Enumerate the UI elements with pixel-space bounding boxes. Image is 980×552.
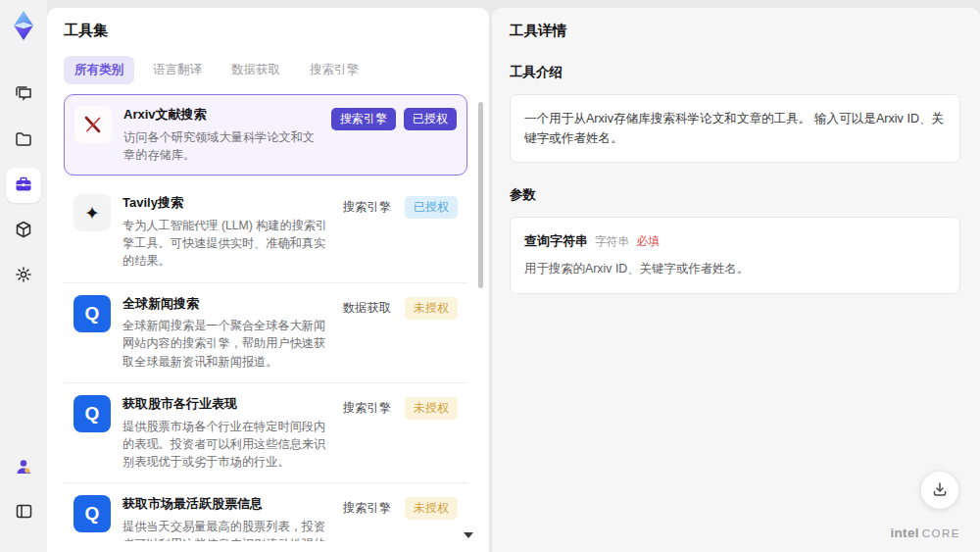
category-badge: 搜索引擎 [331,108,396,130]
sidebar-item-account[interactable] [6,450,41,485]
tool-description: 全球新闻搜索是一个聚合全球各大新闻网站内容的搜索引擎，帮助用户快速获取全球最新资… [122,317,333,371]
category-label: 搜索引擎 [343,500,391,517]
tool-name: 获取股市各行业表现 [122,395,333,413]
status-badge: 未授权 [405,497,458,520]
intel-core-logo: intel core [891,526,961,540]
tab-all-categories[interactable]: 所有类别 [64,56,134,84]
category-label: 数据获取 [343,300,391,317]
app-logo-icon [10,10,37,44]
arxiv-logo-icon [74,106,112,143]
quark-logo-icon: Q [74,395,111,432]
tool-description: 提供股票市场各个行业在特定时间段内的表现。投资者可以利用这些信息来识别表现优于或… [122,418,333,472]
sidebar-item-tools[interactable] [6,168,41,203]
tool-list: Arxiv文献搜索 访问各个研究领域大量科学论文和文章的存储库。 搜索引擎 已授… [64,94,489,541]
tab-data-acquisition[interactable]: 数据获取 [220,56,291,84]
scroll-down-icon[interactable] [464,532,473,538]
tool-intro-box: 一个用于从Arxiv存储库搜索科学论文和文章的工具。 输入可以是Arxiv ID… [510,94,960,163]
tool-card-active-stocks[interactable]: Q 获取市场最活跃股票信息 提供当天交易量最高的股票列表，投资者可以利用这些信息… [64,483,467,541]
core-logo-text: core [922,527,960,539]
param-description: 用于搜索的Arxiv ID、关键字或作者姓名。 [524,260,946,279]
sidebar-collapse-button[interactable] [6,495,41,530]
list-scrollbar[interactable] [478,102,483,288]
tool-description: 提供当天交易量最高的股票列表，投资者可以利用这些信息来识别流动性强的股票和潜在的… [122,518,333,541]
sidebar-item-packages[interactable] [6,213,41,248]
status-badge: 未授权 [405,397,458,420]
download-icon [931,480,949,501]
tab-language-translation[interactable]: 语言翻译 [142,56,213,84]
user-avatar-icon [14,457,33,479]
tool-card-global-news[interactable]: Q 全球新闻搜索 全球新闻搜索是一个聚合全球各大新闻网站内容的搜索引擎，帮助用户… [64,283,467,383]
page-title: 工具集 [64,22,489,40]
quark-logo-icon: Q [74,295,111,332]
tool-name: 全球新闻搜索 [122,295,333,313]
tool-name: 获取市场最活跃股票信息 [122,495,333,513]
toolbox-icon [14,175,33,197]
folder-icon [14,129,33,152]
tool-card-arxiv[interactable]: Arxiv文献搜索 访问各个研究领域大量科学论文和文章的存储库。 搜索引擎 已授… [64,94,467,176]
sidebar-item-settings[interactable] [6,258,41,293]
status-badge: 已授权 [405,196,458,219]
category-label: 搜索引擎 [343,199,391,216]
package-icon [14,220,33,242]
intro-heading: 工具介绍 [510,64,960,81]
sidebar-item-files[interactable] [6,123,41,158]
detail-title: 工具详情 [510,22,960,40]
param-required-flag: 必填 [636,232,660,251]
app-window: 工具集 所有类别 语言翻译 数据获取 搜索引擎 A [0,0,980,552]
intel-logo-text: intel [891,526,919,540]
status-badge: 已授权 [404,108,457,130]
quark-logo-icon: Q [74,495,111,532]
tool-name: Tavily搜索 [122,194,333,212]
tool-description: 专为人工智能代理 (LLM) 构建的搜索引擎工具。可快速提供实时、准确和真实的结… [122,217,333,271]
status-badge: 未授权 [405,297,458,320]
params-heading: 参数 [510,186,960,204]
param-box: 查询字符串 字符串 必填 用于搜索的Arxiv ID、关键字或作者姓名。 [510,217,960,294]
gear-icon [14,265,33,287]
category-label: 搜索引擎 [343,400,391,417]
param-name: 查询字符串 [524,231,588,252]
tool-card-tavily[interactable]: ✦ Tavily搜索 专为人工智能代理 (LLM) 构建的搜索引擎工具。可快速提… [64,182,467,282]
download-button[interactable] [921,472,958,509]
tool-card-stock-sectors[interactable]: Q 获取股市各行业表现 提供股票市场各个行业在特定时间段内的表现。投资者可以利用… [64,383,467,483]
tools-list-panel: 工具集 所有类别 语言翻译 数据获取 搜索引擎 A [47,8,489,552]
tavily-logo-icon: ✦ [74,194,111,231]
chat-icon [14,84,33,107]
tool-detail-panel: 工具详情 工具介绍 一个用于从Arxiv存储库搜索科学论文和文章的工具。 输入可… [492,8,980,552]
sidebar-item-chat[interactable] [6,77,41,113]
panel-toggle-icon [15,502,33,524]
tool-name: Arxiv文献搜索 [123,106,321,124]
tool-description: 访问各个研究领域大量科学论文和文章的存储库。 [123,128,321,165]
param-type: 字符串 [595,232,629,251]
tab-search-engine[interactable]: 搜索引擎 [299,56,369,84]
category-tabs: 所有类别 语言翻译 数据获取 搜索引擎 [64,56,489,84]
nav-rail [0,0,47,552]
